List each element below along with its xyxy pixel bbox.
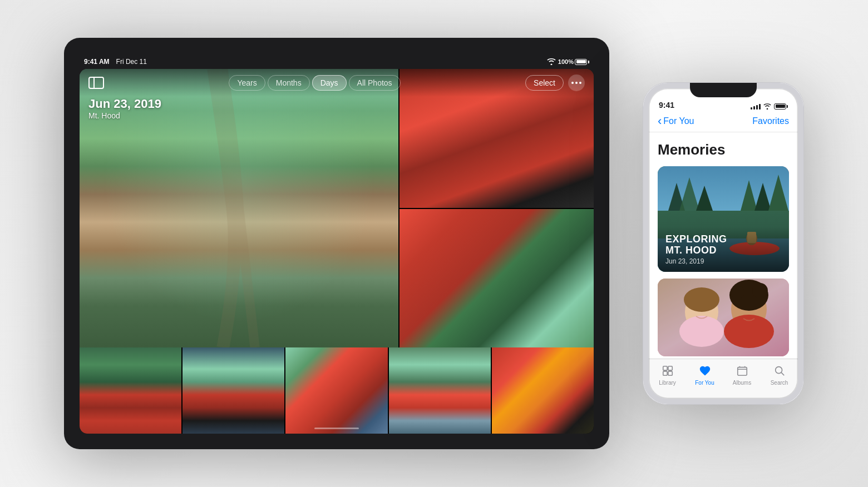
ipad-status-left: 9:41 AM Fri Dec 11 [84,58,147,66]
tab-years[interactable]: Years [229,75,265,91]
ipad-body: 9:41 AM Fri Dec 11 100% [64,38,609,449]
sidebar-toggle-icon[interactable] [88,77,104,89]
tab-albums[interactable]: Albums [723,364,761,386]
more-options-button[interactable] [568,74,585,91]
memory-card-1-overlay: EXPLORING MT. HOOD Jun 23, 2019 [658,227,789,272]
iphone-body: 9:41 [643,82,804,405]
wifi-icon [547,58,556,65]
battery-indicator: 100% [558,58,589,65]
svg-rect-26 [737,367,747,376]
signal-bar-1 [751,107,752,110]
memory-card-2[interactable] [658,279,789,356]
memory-card-2-bg [658,279,789,356]
photo-canoe-2[interactable] [183,347,284,434]
tab-albums-label: Albums [733,380,751,386]
tab-days[interactable]: Days [312,75,347,91]
signal-bar-2 [753,106,755,110]
tab-for-you[interactable]: For You [686,364,723,386]
tab-for-you-label: For You [695,380,714,386]
library-tab-icon [660,364,675,378]
dot-2 [575,82,578,84]
dot-3 [579,82,581,84]
date-overlay: Jun 23, 2019 Mt. Hood [88,97,161,120]
photo-red-portrait[interactable] [285,347,387,434]
photo-area [80,69,594,434]
battery-percent: 100% [558,58,574,65]
sidebar-icon-divider [90,78,95,88]
iphone-time: 9:41 [659,101,674,110]
date-title: Jun 23, 2019 [88,97,161,111]
tab-search-label: Search [771,380,788,386]
photo-strip [80,347,594,434]
sidebar-toggle-area[interactable] [88,77,104,89]
date-subtitle: Mt. Hood [88,111,161,120]
iphone-status-icons [751,103,788,110]
iphone-screen: 9:41 [649,88,798,399]
section-title: Memories [658,141,789,158]
tab-library[interactable]: Library [649,364,686,386]
albums-tab-icon [735,364,749,378]
svg-rect-24 [663,371,667,375]
iphone-favorites-button[interactable]: Favorites [752,116,789,126]
svg-rect-22 [663,366,667,370]
svg-rect-25 [668,371,672,375]
for-you-tab-icon [698,364,712,378]
memory-title-1: EXPLORING MT. HOOD [665,233,781,256]
svg-rect-13 [658,279,789,356]
photo-red-canoe[interactable] [492,347,594,434]
signal-bar-4 [759,104,761,110]
tab-library-label: Library [659,380,676,386]
svg-point-20 [684,287,719,312]
search-tab-icon [772,364,787,378]
svg-point-18 [724,315,774,348]
svg-point-16 [731,286,744,299]
back-button[interactable]: For You [658,115,694,127]
tab-months[interactable]: Months [268,75,310,91]
signal-bar-3 [756,105,758,110]
svg-point-17 [752,283,768,299]
ipad-screen: Years Months Days All Photos Sel [80,69,594,434]
tab-search[interactable]: Search [761,364,798,386]
photo-red-sit[interactable] [400,209,594,348]
iphone-content: Memories [649,132,798,359]
iphone-notch [690,83,757,97]
iphone-wifi-icon [763,103,771,110]
ipad-navbar: Years Months Days All Photos Sel [80,69,594,97]
ipad-status-right: 100% [547,58,589,65]
memory-date-1: Jun 23, 2019 [665,257,781,265]
ipad-date: Fri Dec 11 [116,58,147,66]
ipad-device: 9:41 AM Fri Dec 11 100% [64,38,609,449]
photo-right-column [400,69,594,347]
ipad-nav-actions: Select [525,74,585,91]
memory-card-1[interactable]: EXPLORING MT. HOOD Jun 23, 2019 [658,166,789,272]
ipad-nav-tabs: Years Months Days All Photos [229,75,400,91]
photo-canoe-1[interactable] [80,347,181,434]
ipad-status-bar: 9:41 AM Fri Dec 11 100% [80,58,594,69]
chevron-left-icon [658,115,662,127]
dot-1 [571,82,574,84]
iphone-navbar: For You Favorites [649,113,798,132]
photo-lake-boat[interactable] [389,347,491,434]
tab-all-photos[interactable]: All Photos [349,75,401,91]
svg-rect-23 [668,366,672,370]
svg-point-27 [775,367,782,374]
scroll-indicator [314,428,359,429]
select-button[interactable]: Select [525,75,564,91]
scene: 9:41 AM Fri Dec 11 100% [0,0,868,487]
more-dots [571,82,581,84]
signal-bars [751,103,761,110]
back-label: For You [663,116,694,126]
iphone-tab-bar: Library For You [649,359,798,399]
iphone-battery [774,103,788,110]
ipad-time: 9:41 AM [84,58,110,66]
iphone-device: 9:41 [643,82,804,405]
svg-point-21 [679,316,724,347]
